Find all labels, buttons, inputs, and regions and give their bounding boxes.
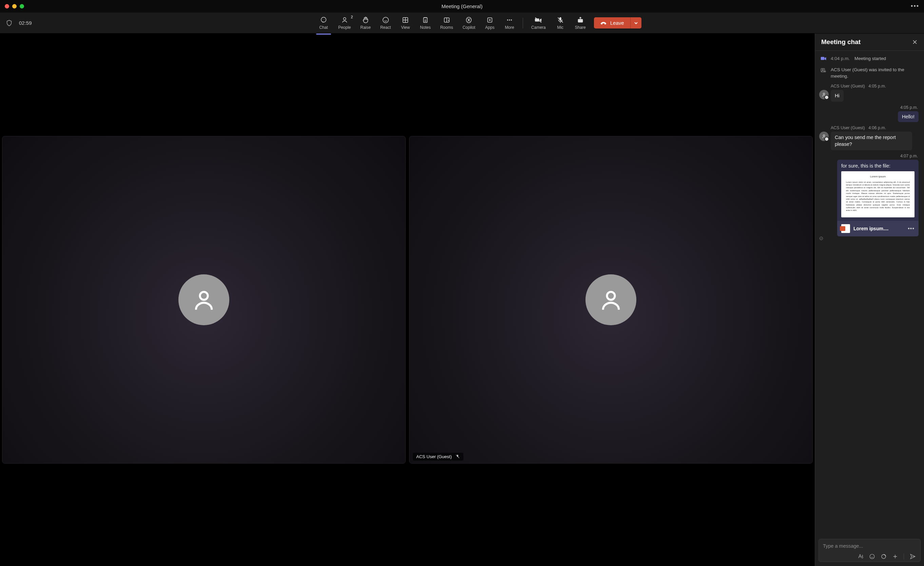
- rooms-icon: [443, 16, 450, 24]
- toolbar-separator: [523, 18, 523, 28]
- chat-message: ACS User (Guest) 4:05 p.m. Hi: [818, 84, 921, 102]
- copilot-button[interactable]: Copilot: [458, 15, 480, 31]
- message-bubble[interactable]: Hello!: [898, 111, 919, 122]
- avatar-icon: [178, 274, 229, 325]
- video-stage: ACS User (Guest): [0, 34, 815, 566]
- svg-point-2: [382, 17, 388, 23]
- loop-button[interactable]: [880, 554, 886, 560]
- file-name: Lorem ipsum....: [854, 226, 904, 231]
- svg-point-22: [823, 93, 825, 94]
- svg-point-7: [507, 19, 508, 20]
- title-more-button[interactable]: •••: [911, 3, 919, 10]
- svg-point-1: [343, 17, 346, 19]
- chat-panel: Meeting chat 4:04 p.m. Meeting started: [815, 34, 924, 566]
- people-button[interactable]: 2 People: [333, 15, 356, 31]
- format-button[interactable]: [858, 554, 864, 560]
- window-minimize-button[interactable]: [12, 4, 16, 9]
- apps-icon: [486, 16, 494, 24]
- leave-button[interactable]: Leave: [594, 17, 630, 28]
- copilot-icon: [465, 16, 472, 24]
- mic-button[interactable]: Mic: [550, 15, 570, 31]
- read-receipt-icon: [819, 237, 920, 240]
- apps-button[interactable]: Apps: [480, 15, 500, 31]
- attach-button[interactable]: [892, 554, 898, 560]
- camera-button[interactable]: Camera: [526, 15, 550, 31]
- system-message: ACS User (Guest) was invited to the meet…: [818, 66, 921, 80]
- people-icon: [341, 16, 348, 24]
- participant-tile-guest[interactable]: ACS User (Guest): [409, 136, 813, 464]
- mic-off-icon: [556, 16, 564, 24]
- file-attachment-card[interactable]: for sure, this is the file: Lorem ipsum …: [837, 160, 919, 236]
- message-bubble[interactable]: Hi: [831, 90, 844, 102]
- svg-point-24: [820, 237, 823, 240]
- share-button[interactable]: Share: [570, 15, 591, 31]
- view-icon: [402, 16, 409, 24]
- panel-title: Meeting chat: [821, 38, 861, 46]
- notes-button[interactable]: Notes: [415, 15, 435, 31]
- notes-icon: [422, 16, 429, 24]
- view-button[interactable]: View: [396, 15, 415, 31]
- message-composer: [819, 539, 921, 562]
- chat-message-self: 4:07 p.m. for sure, this is the file: Lo…: [818, 154, 921, 240]
- svg-point-20: [822, 69, 824, 70]
- file-more-button[interactable]: •••: [908, 226, 915, 232]
- emoji-button[interactable]: [869, 554, 875, 560]
- avatar-icon: [819, 90, 829, 99]
- toolbar: 02:59 Chat 2 People Raise: [0, 12, 924, 34]
- window-close-button[interactable]: [5, 4, 9, 9]
- svg-point-23: [823, 135, 825, 137]
- avatar-icon: [819, 132, 829, 141]
- react-icon: [382, 16, 389, 24]
- message-bubble[interactable]: Can you send me the report please?: [831, 132, 912, 150]
- react-button[interactable]: React: [375, 15, 396, 31]
- divider: [904, 554, 904, 560]
- titlebar: Meeting (General) •••: [0, 0, 924, 12]
- svg-point-15: [607, 292, 615, 300]
- hangup-icon: [600, 21, 607, 25]
- window-title: Meeting (General): [442, 3, 483, 9]
- close-panel-button[interactable]: [912, 39, 918, 45]
- chat-button[interactable]: Chat: [314, 15, 333, 31]
- rooms-button[interactable]: Rooms: [435, 15, 458, 31]
- camera-icon: [820, 56, 826, 61]
- more-icon: [506, 16, 513, 24]
- mic-muted-icon: [455, 454, 460, 459]
- svg-rect-13: [578, 19, 583, 22]
- window-maximize-button[interactable]: [20, 4, 24, 9]
- shield-icon[interactable]: [5, 19, 13, 27]
- participant-name: ACS User (Guest): [416, 454, 452, 459]
- more-button[interactable]: More: [500, 15, 519, 31]
- svg-point-9: [511, 19, 512, 20]
- send-button[interactable]: [909, 554, 916, 560]
- chevron-down-icon: [634, 21, 638, 25]
- svg-point-14: [200, 292, 208, 300]
- participant-tile-self[interactable]: [2, 136, 406, 464]
- file-preview: Lorem ipsum Lorem ipsum dolor sit amet, …: [841, 171, 915, 217]
- message-list[interactable]: 4:04 p.m. Meeting started ACS User (Gues…: [815, 51, 924, 536]
- leave-options-button[interactable]: [630, 17, 642, 28]
- raise-hand-icon: [362, 16, 369, 24]
- raise-button[interactable]: Raise: [356, 15, 375, 31]
- people-count: 2: [351, 15, 353, 19]
- avatar-icon: [585, 274, 636, 325]
- participant-name-pill: ACS User (Guest): [413, 453, 464, 461]
- person-invite-icon: [820, 67, 826, 73]
- camera-off-icon: [534, 16, 542, 24]
- svg-rect-18: [821, 57, 825, 60]
- chat-icon: [320, 16, 327, 24]
- powerpoint-icon: [841, 224, 850, 233]
- svg-point-25: [870, 554, 874, 559]
- chat-message: ACS User (Guest) 4:06 p.m. Can you send …: [818, 126, 921, 150]
- share-icon: [577, 16, 584, 24]
- message-input[interactable]: [823, 543, 916, 554]
- svg-point-8: [509, 19, 510, 20]
- chat-message-self: 4:05 p.m. Hello!: [818, 105, 921, 122]
- meeting-timer: 02:59: [19, 20, 32, 26]
- system-message: 4:04 p.m. Meeting started: [818, 55, 921, 63]
